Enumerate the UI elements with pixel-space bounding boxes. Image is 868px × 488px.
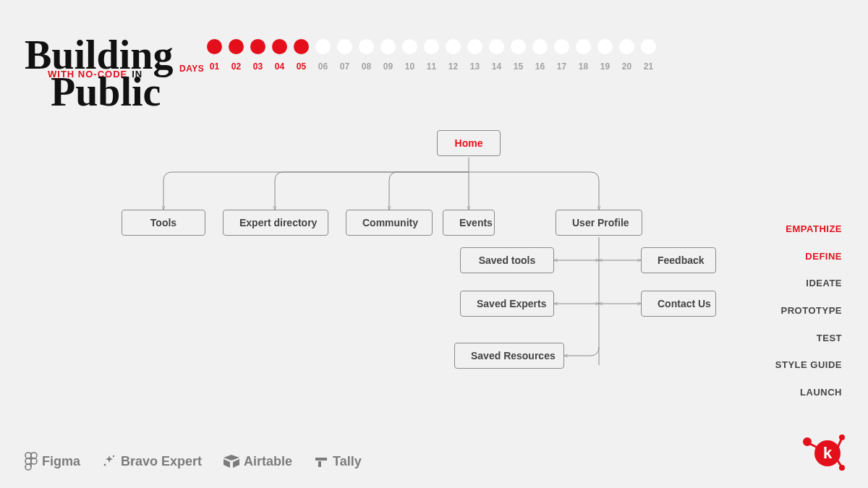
day-number: 15 bbox=[511, 61, 526, 72]
day-dot bbox=[359, 39, 374, 54]
tool-figma: Figma bbox=[25, 452, 80, 471]
svg-point-3 bbox=[31, 453, 37, 458]
phase-item: EMPATHIZE bbox=[775, 215, 842, 243]
day-number: 03 bbox=[250, 61, 265, 72]
day-number: 17 bbox=[554, 61, 569, 72]
svg-marker-12 bbox=[233, 459, 239, 468]
tool-tally-label: Tally bbox=[333, 454, 362, 469]
day-dot bbox=[229, 39, 244, 54]
day-number: 12 bbox=[446, 61, 461, 72]
node-user-profile: User Profile bbox=[556, 210, 642, 236]
sitemap-diagram: Home Tools Expert directory Community Ev… bbox=[116, 130, 709, 405]
phase-list: EMPATHIZEDEFINEIDEATEPROTOTYPETESTSTYLE … bbox=[775, 215, 842, 406]
sparkle-icon bbox=[102, 454, 116, 468]
day-number: 01 bbox=[207, 61, 222, 72]
days-caption: DAYS bbox=[179, 64, 204, 74]
day-number: 19 bbox=[597, 61, 613, 72]
node-contact-us: Contact Us bbox=[641, 291, 716, 317]
days-tracker: DAYS 01020304050607080910111213141516171… bbox=[207, 39, 713, 72]
day-number: 21 bbox=[641, 61, 656, 72]
day-dot bbox=[250, 39, 265, 54]
figma-icon bbox=[25, 452, 38, 471]
logo: Building WITH NO-CODE IN Public bbox=[25, 35, 173, 112]
svg-point-2 bbox=[25, 453, 31, 458]
day-dot bbox=[315, 39, 331, 54]
day-dot bbox=[532, 39, 548, 54]
day-dot bbox=[554, 39, 569, 54]
svg-point-6 bbox=[25, 464, 31, 470]
day-dot bbox=[424, 39, 439, 54]
day-dot bbox=[511, 39, 526, 54]
node-saved-tools: Saved tools bbox=[460, 247, 554, 273]
day-dot bbox=[576, 39, 591, 54]
node-events: Events bbox=[443, 210, 495, 236]
day-dot bbox=[337, 39, 352, 54]
svg-point-9 bbox=[104, 464, 106, 466]
svg-point-5 bbox=[31, 458, 37, 464]
svg-line-21 bbox=[838, 461, 841, 466]
tool-bravo-label: Bravo Expert bbox=[121, 454, 202, 469]
svg-point-17 bbox=[839, 435, 845, 440]
svg-text:k: k bbox=[823, 444, 833, 462]
day-number: 20 bbox=[619, 61, 634, 72]
day-dot bbox=[467, 39, 482, 54]
day-number: 14 bbox=[489, 61, 504, 72]
tool-bravo: Bravo Expert bbox=[102, 454, 202, 469]
day-dot bbox=[294, 39, 309, 54]
day-dot bbox=[489, 39, 504, 54]
phase-item: LAUNCH bbox=[775, 379, 842, 406]
tool-tally: Tally bbox=[314, 454, 362, 469]
day-dot bbox=[641, 39, 656, 54]
day-dot bbox=[446, 39, 461, 54]
day-number: 09 bbox=[380, 61, 396, 72]
footer-tools: Figma Bravo Expert Airtable Tally bbox=[25, 452, 362, 471]
node-expert-directory: Expert directory bbox=[223, 210, 328, 236]
day-number: 16 bbox=[532, 61, 548, 72]
day-number: 13 bbox=[467, 61, 482, 72]
phase-item: PROTOTYPE bbox=[775, 297, 842, 325]
day-number: 05 bbox=[294, 61, 309, 72]
phase-item: DEFINE bbox=[775, 243, 842, 270]
node-saved-resources: Saved Resources bbox=[454, 343, 564, 369]
day-number: 18 bbox=[576, 61, 591, 72]
day-number: 02 bbox=[229, 61, 244, 72]
node-community: Community bbox=[346, 210, 433, 236]
phase-item: STYLE GUIDE bbox=[775, 351, 842, 379]
day-number: 10 bbox=[402, 61, 417, 72]
tool-figma-label: Figma bbox=[42, 454, 80, 469]
svg-marker-14 bbox=[318, 461, 321, 467]
k-logo-icon: k bbox=[801, 432, 846, 475]
connectors bbox=[116, 130, 709, 405]
phase-item: IDEATE bbox=[775, 270, 842, 297]
day-dot bbox=[207, 39, 222, 54]
day-dot bbox=[402, 39, 417, 54]
svg-marker-13 bbox=[315, 458, 327, 461]
phase-item: TEST bbox=[775, 325, 842, 352]
node-saved-experts: Saved Experts bbox=[460, 291, 554, 317]
day-number: 08 bbox=[359, 61, 374, 72]
logo-line2: Public bbox=[51, 72, 173, 112]
day-dot bbox=[380, 39, 396, 54]
day-dot bbox=[597, 39, 613, 54]
tally-icon bbox=[314, 455, 328, 468]
day-dot bbox=[619, 39, 634, 54]
tool-airtable-label: Airtable bbox=[244, 454, 292, 469]
day-number: 11 bbox=[424, 61, 439, 72]
svg-point-8 bbox=[113, 455, 114, 457]
node-feedback: Feedback bbox=[641, 247, 716, 273]
day-dot bbox=[272, 39, 287, 54]
day-number: 07 bbox=[337, 61, 352, 72]
svg-point-4 bbox=[25, 458, 31, 464]
node-tools: Tools bbox=[122, 210, 205, 236]
svg-marker-11 bbox=[224, 459, 230, 468]
svg-line-20 bbox=[838, 440, 841, 448]
node-home: Home bbox=[437, 130, 501, 156]
svg-marker-10 bbox=[224, 455, 239, 461]
day-number: 04 bbox=[272, 61, 287, 72]
tool-airtable: Airtable bbox=[224, 454, 292, 469]
airtable-icon bbox=[224, 455, 239, 468]
day-number: 06 bbox=[315, 61, 331, 72]
